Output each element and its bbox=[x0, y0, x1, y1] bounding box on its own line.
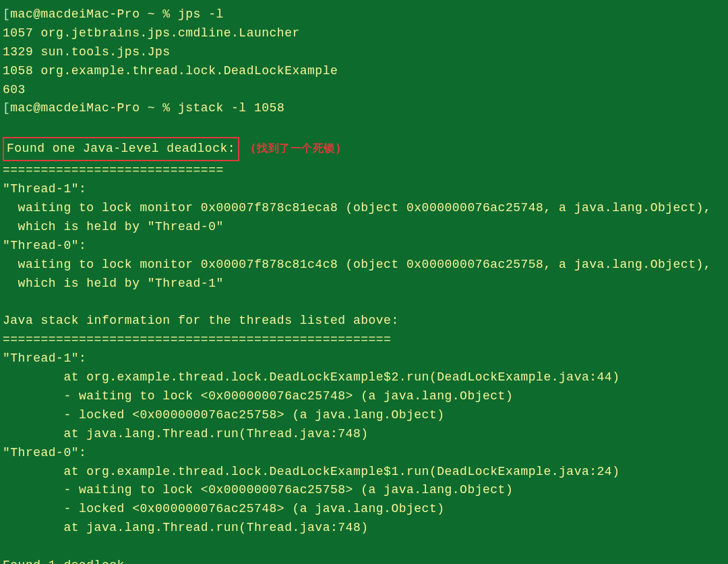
separator-2: ========================================… bbox=[3, 331, 725, 349]
thread-summary-2: which is held by "Thread-0" bbox=[3, 218, 725, 237]
prompt-text: mac@macdeiMac-Pro ~ % bbox=[10, 7, 178, 21]
stack-trace-9: at java.lang.Thread.run(Thread.java:748) bbox=[3, 519, 725, 538]
deadlock-header-row: Found one Java-level deadlock:(找到了一个死锁) bbox=[3, 137, 725, 161]
stack-trace-1: at org.example.thread.lock.DeadLockExamp… bbox=[3, 368, 725, 387]
stack-trace-5: "Thread-0": bbox=[3, 444, 725, 463]
prompt-line-2[interactable]: [mac@macdeiMac-Pro ~ % jstack -l 1058 bbox=[3, 99, 725, 118]
prompt-line-1[interactable]: [mac@macdeiMac-Pro ~ % jps -l bbox=[3, 5, 725, 24]
separator-1: ============================= bbox=[3, 161, 725, 180]
stack-trace-3: - locked <0x000000076ac25758> (a java.la… bbox=[3, 406, 725, 425]
stack-trace-0: "Thread-1": bbox=[3, 349, 725, 368]
blank-line bbox=[3, 293, 725, 312]
prompt-text: mac@macdeiMac-Pro ~ % bbox=[10, 101, 178, 115]
blank-line bbox=[3, 538, 725, 557]
jps-output-line-1: 1329 sun.tools.jps.Jps bbox=[3, 43, 725, 62]
deadlock-header-box: Found one Java-level deadlock: bbox=[3, 137, 239, 161]
blank-line bbox=[3, 118, 725, 137]
footer-line: Found 1 deadlock. bbox=[3, 557, 725, 564]
thread-summary-1: waiting to lock monitor 0x00007f878c81ec… bbox=[3, 199, 725, 218]
stack-trace-4: at java.lang.Thread.run(Thread.java:748) bbox=[3, 425, 725, 444]
jps-output-line-2: 1058 org.example.thread.lock.DeadLockExa… bbox=[3, 62, 725, 81]
cursor-bracket: [ bbox=[3, 7, 10, 21]
stack-trace-2: - waiting to lock <0x000000076ac25748> (… bbox=[3, 387, 725, 406]
stack-info-header: Java stack information for the threads l… bbox=[3, 312, 725, 331]
thread-summary-3: "Thread-0": bbox=[3, 237, 725, 256]
command-jstack: jstack -l 1058 bbox=[178, 101, 284, 115]
stack-trace-7: - waiting to lock <0x000000076ac25758> (… bbox=[3, 481, 725, 500]
stack-trace-8: - locked <0x000000076ac25748> (a java.la… bbox=[3, 500, 725, 519]
command-jps: jps -l bbox=[178, 7, 224, 21]
jps-output-line-3: 603 bbox=[3, 81, 725, 100]
deadlock-annotation: (找到了一个死锁) bbox=[250, 143, 342, 155]
thread-summary-0: "Thread-1": bbox=[3, 180, 725, 199]
jps-output-line-0: 1057 org.jetbrains.jps.cmdline.Launcher bbox=[3, 24, 725, 43]
cursor-bracket: [ bbox=[3, 101, 10, 115]
thread-summary-4: waiting to lock monitor 0x00007f878c81c4… bbox=[3, 256, 725, 275]
stack-trace-6: at org.example.thread.lock.DeadLockExamp… bbox=[3, 463, 725, 482]
thread-summary-5: which is held by "Thread-1" bbox=[3, 275, 725, 293]
